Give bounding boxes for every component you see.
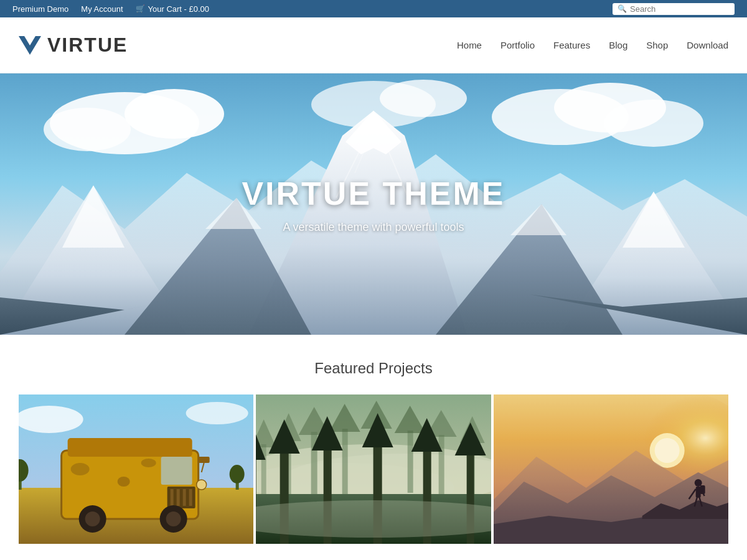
nav-home[interactable]: Home: [457, 40, 482, 50]
svg-point-51: [230, 465, 245, 483]
projects-grid: [19, 394, 728, 544]
premium-demo-link[interactable]: Premium Demo: [12, 4, 68, 14]
svg-rect-44: [199, 457, 210, 463]
svg-rect-66: [408, 431, 413, 493]
cart-link[interactable]: 🛒 Your Cart - £0.00: [136, 4, 210, 14]
svg-point-41: [71, 463, 90, 475]
svg-rect-101: [494, 394, 728, 544]
logo-triangle-icon: [19, 36, 41, 55]
svg-point-6: [604, 100, 703, 147]
svg-rect-33: [177, 489, 180, 506]
svg-point-43: [141, 459, 156, 467]
featured-section: Featured Projects: [0, 335, 747, 544]
project-2-image: [256, 394, 491, 544]
project-card-3[interactable]: [494, 394, 728, 544]
top-bar-left: Premium Demo My Account 🛒 Your Cart - £0…: [12, 4, 209, 14]
svg-rect-30: [161, 457, 192, 485]
nav-features[interactable]: Features: [553, 40, 590, 50]
nav-download[interactable]: Download: [687, 40, 728, 50]
my-account-link[interactable]: My Account: [81, 4, 123, 14]
svg-point-2: [125, 89, 224, 139]
project-3-image: [494, 394, 728, 544]
hero-subtitle: A versatile theme with powerful tools: [242, 221, 505, 234]
hero-section: VIRTUE THEME A versatile theme with powe…: [0, 73, 747, 335]
hero-overlay: VIRTUE THEME A versatile theme with powe…: [242, 175, 505, 234]
svg-rect-29: [68, 438, 192, 457]
svg-point-47: [186, 402, 248, 424]
svg-rect-35: [189, 489, 192, 506]
featured-title: Featured Projects: [19, 360, 728, 377]
svg-point-3: [44, 108, 131, 151]
svg-rect-34: [183, 489, 186, 506]
project-1-image: [19, 394, 253, 544]
svg-rect-62: [342, 429, 348, 494]
svg-point-36: [197, 480, 207, 490]
cart-icon: 🛒: [136, 4, 145, 13]
logo-text: VIRTUE: [47, 34, 128, 57]
hero-title: VIRTUE THEME: [242, 175, 505, 212]
main-nav: Home Portfolio Features Blog Shop Downlo…: [457, 40, 728, 50]
cart-label: Your Cart - £0.00: [148, 4, 210, 14]
svg-point-40: [166, 511, 181, 526]
search-box[interactable]: 🔍: [613, 3, 735, 15]
project-card-2[interactable]: [256, 394, 491, 544]
svg-rect-32: [171, 489, 174, 506]
search-icon: 🔍: [618, 4, 627, 13]
nav-shop[interactable]: Shop: [646, 40, 668, 50]
svg-point-42: [118, 477, 130, 487]
svg-point-38: [85, 511, 100, 526]
svg-point-8: [380, 80, 467, 117]
site-header: VIRTUE Home Portfolio Features Blog Shop…: [0, 17, 747, 73]
svg-point-85: [256, 500, 491, 538]
top-bar: Premium Demo My Account 🛒 Your Cart - £0…: [0, 0, 747, 17]
svg-rect-68: [439, 435, 444, 494]
project-card-1[interactable]: [19, 394, 253, 544]
logo[interactable]: VIRTUE: [19, 34, 128, 57]
nav-portfolio[interactable]: Portfolio: [500, 40, 535, 50]
search-input[interactable]: [630, 4, 730, 14]
nav-blog[interactable]: Blog: [609, 40, 627, 50]
